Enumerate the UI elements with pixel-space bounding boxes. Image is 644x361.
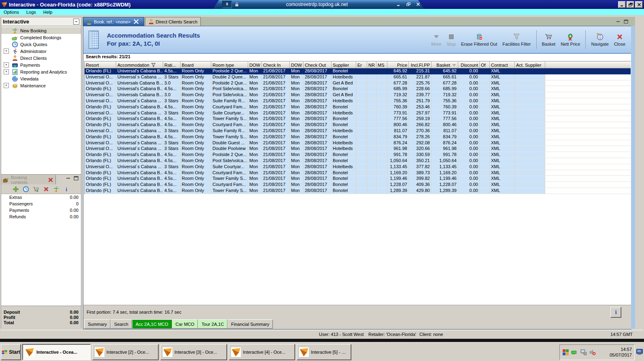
tray-network-icon[interactable] xyxy=(580,349,587,356)
tray-apps-icon[interactable] xyxy=(562,349,569,356)
column-header-er[interactable]: Er xyxy=(356,61,367,68)
table-row[interactable]: Universal O...Universal´s Cabana ...3 St… xyxy=(85,74,631,80)
expander-icon[interactable]: + xyxy=(4,69,9,74)
panel-maximize-button[interactable] xyxy=(73,176,79,181)
column-header-dow-2[interactable]: DOW xyxy=(290,61,304,68)
column-header-of[interactable]: Of xyxy=(480,61,490,68)
filter-icon[interactable] xyxy=(151,63,156,68)
start-button[interactable]: Start xyxy=(1,344,21,360)
column-header-dow[interactable]: DOW xyxy=(248,61,262,68)
table-row[interactable]: Orlando (FL)Universal's Cabana B...4.5s.… xyxy=(85,134,631,140)
table-row[interactable]: Universal O...Universal´s Cabana ...3 St… xyxy=(85,128,631,134)
booking-contents-tab[interactable]: Booking contents xyxy=(1,175,56,184)
taskbar-button-interactive-3-oce[interactable]: Interactive [3] - Oce... xyxy=(160,344,227,360)
stop-button[interactable]: Stop xyxy=(446,33,456,46)
quick-quotes-icon[interactable] xyxy=(23,186,29,192)
column-header-room-type[interactable]: Room type xyxy=(211,61,248,68)
column-header-price[interactable]: Price xyxy=(387,61,409,68)
menu-item-help[interactable]: Help xyxy=(40,10,56,15)
sidebar-item-maintenance[interactable]: +Maintenance xyxy=(1,82,81,89)
expander-icon[interactable]: + xyxy=(4,62,9,68)
table-row[interactable]: Universal O...Universal´s Cabana ...3 St… xyxy=(85,98,631,104)
sidebar-item-direct-clients[interactable]: Direct Clients xyxy=(1,55,81,61)
table-row[interactable]: Orlando (FL)Universal's Cabana B...4.5s.… xyxy=(85,188,631,194)
column-header-incl-fl-pp[interactable]: Incl.Fl.PP xyxy=(409,61,431,68)
taskbar-button-interactive-ocea[interactable]: Interactive - Ocea... xyxy=(22,344,91,360)
more-button[interactable]: More xyxy=(431,33,441,46)
column-header-board[interactable]: Board xyxy=(181,61,211,68)
add-icon[interactable] xyxy=(13,186,19,192)
bottom-tab-car-mco[interactable]: Car MCO xyxy=(172,319,198,329)
bottom-tab-tour-2a-1c[interactable]: Tour 2A,1C xyxy=(198,319,227,329)
column-header-check-out[interactable]: Check Out xyxy=(304,61,332,68)
transfer-basket-icon[interactable] xyxy=(33,186,39,192)
navigate-button[interactable]: Navigate xyxy=(591,33,608,46)
tab-direct-clients-search[interactable]: Direct Clients Search xyxy=(145,17,201,26)
sidebar-item-viewdata[interactable]: Viewdata xyxy=(1,75,81,82)
menu-item-options[interactable]: Options xyxy=(0,10,23,15)
basket-button[interactable]: Basket xyxy=(542,33,556,46)
palm-tree-icon[interactable] xyxy=(53,186,60,192)
tray-volume-muted-icon[interactable] xyxy=(589,349,596,356)
column-header-discount[interactable]: Discount xyxy=(458,61,480,68)
info-icon[interactable]: i xyxy=(63,186,70,192)
table-row[interactable]: Universal O...Universals Cabana B...3.0R… xyxy=(85,92,631,98)
column-header-ms[interactable]: MS xyxy=(376,61,387,68)
column-header-check-in[interactable]: Check In xyxy=(262,61,290,68)
panel-minimize-button[interactable] xyxy=(66,176,71,181)
close-icon[interactable] xyxy=(47,177,54,183)
bottom-tab-financial-summary[interactable]: Financial Summary xyxy=(227,319,273,329)
sidebar-item-administrator[interactable]: +Administrator xyxy=(1,48,81,55)
menu-item-logs[interactable]: Logs xyxy=(23,10,40,15)
table-row[interactable]: Orlando (FL)Universal's Cabana B...4.5s.… xyxy=(85,122,631,128)
facilities-filter-button[interactable]: Facilities Filter xyxy=(502,33,531,46)
column-header-resort[interactable]: Resort xyxy=(85,61,116,68)
bottom-tab-acc-2a-1c-mco[interactable]: Acc 2A,1C MCO xyxy=(132,319,172,329)
sidebar-item-new-booking[interactable]: New Booking xyxy=(1,27,81,34)
close-white[interactable] xyxy=(133,19,139,25)
bottom-tab-search[interactable]: Search xyxy=(111,319,132,329)
close-button[interactable]: Close xyxy=(614,33,625,46)
sidebar-item-quick-quotes[interactable]: Quick Quotes xyxy=(1,41,81,48)
table-row[interactable]: Orlando (FL)Universal's Cabana B...4.5s.… xyxy=(85,176,631,182)
table-row[interactable]: Orlando (FL)Universal's Cabana B...4.5s.… xyxy=(85,68,631,74)
column-header-contract[interactable]: Contract xyxy=(490,61,515,68)
restore-button[interactable] xyxy=(627,1,634,8)
table-row[interactable]: Universal O...Universals Cabana B...3.0R… xyxy=(85,80,631,87)
table-row[interactable]: Orlando (FL)Universal's Cabana B...4.5s.… xyxy=(85,182,631,188)
column-header-nr[interactable]: NR xyxy=(367,61,376,68)
column-header-accommodation[interactable]: Accommodation xyxy=(116,61,163,68)
page-minimize-button[interactable] xyxy=(616,19,621,24)
close-button[interactable] xyxy=(635,1,643,8)
tray-adapter-icon[interactable] xyxy=(571,349,578,356)
table-row[interactable]: Orlando (FL)Universal's Cabana B...4.5s.… xyxy=(85,170,631,176)
minimize-button[interactable] xyxy=(618,1,626,8)
info-button[interactable]: i xyxy=(610,307,621,318)
table-row[interactable]: Orlando (FL)Universal's Cabana B...4.5s.… xyxy=(85,86,631,92)
taskbar-button-interactive-5-oce[interactable]: Interactive [5] - Oce... xyxy=(297,344,351,360)
erase-filtered-out-button[interactable]: Erase Filtered Out xyxy=(461,33,497,46)
delete-icon[interactable] xyxy=(43,186,49,192)
column-header-rati[interactable]: Rati... xyxy=(163,61,181,68)
page-maximize-button[interactable] xyxy=(623,19,629,24)
sidebar-item-completed-bookings[interactable]: Completed Bookings xyxy=(1,34,81,41)
column-header-basket[interactable]: Basket xyxy=(431,61,458,68)
taskbar-button-interactive-2-oce[interactable]: Interactive [2] - Oce... xyxy=(92,344,159,360)
expander-icon[interactable]: + xyxy=(4,49,9,54)
table-row[interactable]: Orlando (FL)Universal's Cabana B...4.5s.… xyxy=(85,152,631,158)
table-row[interactable]: Universal O...Universal´s Cabana ...3 St… xyxy=(85,164,631,170)
taskbar-button-interactive-4-oce[interactable]: Interactive [4] - Oce... xyxy=(229,344,295,360)
table-row[interactable]: Universal O...Universal´s Cabana ...3 St… xyxy=(85,146,631,152)
table-row[interactable]: Universal O...Universal´s Cabana ...3 St… xyxy=(85,110,631,116)
table-row[interactable]: Orlando (FL)Universal's Cabana B...4.5s.… xyxy=(85,158,631,164)
bottom-tab-summary[interactable]: Summary xyxy=(84,319,111,329)
rdp-minimize-button[interactable] xyxy=(395,1,403,7)
table-row[interactable]: Orlando (FL)Universal's Cabana B...4.5s.… xyxy=(85,116,631,122)
rdp-restore-button[interactable] xyxy=(404,1,412,7)
nett-price-button[interactable]: $Nett Price xyxy=(561,33,580,46)
rdp-pin-button[interactable] xyxy=(222,1,232,8)
table-row[interactable]: Universal O...Universal´s Cabana ...3 St… xyxy=(85,140,631,146)
table-row[interactable]: Orlando (FL)Universal's Cabana B...4.5s.… xyxy=(85,104,631,110)
collapse-button[interactable]: − xyxy=(73,19,79,25)
expander-icon[interactable]: + xyxy=(4,83,9,88)
